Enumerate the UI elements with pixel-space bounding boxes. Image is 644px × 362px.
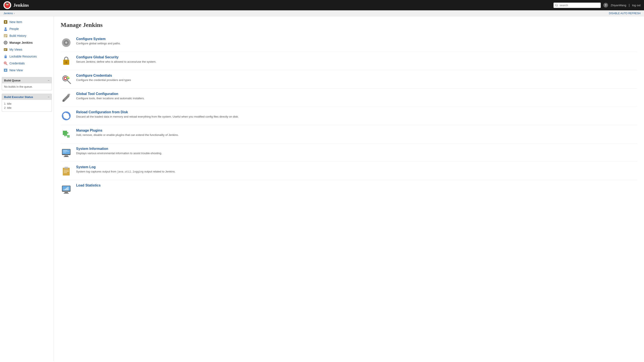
people-icon: [4, 27, 8, 31]
system-log-desc-code: java.util.logging: [117, 170, 144, 173]
sidebar-item-label-credentials: Credentials: [10, 62, 25, 65]
global-tool-configuration-text: Global Tool Configuration Configure tool…: [76, 92, 145, 100]
global-tool-configuration-desc: Configure tools, their locations and aut…: [76, 96, 145, 100]
svg-rect-34: [62, 42, 64, 43]
svg-rect-33: [66, 45, 67, 47]
sidebar-item-label-manage-jenkins: Manage Jenkins: [10, 41, 33, 44]
sidebar-item-credentials[interactable]: Credentials: [0, 60, 54, 67]
svg-rect-19: [4, 48, 7, 51]
svg-rect-28: [5, 70, 6, 70]
svg-rect-68: [68, 187, 68, 190]
svg-rect-54: [63, 152, 66, 152]
reload-configuration-text: Reload Configuration from Disk Discard a…: [76, 110, 239, 119]
svg-rect-59: [64, 171, 69, 172]
svg-rect-15: [4, 37, 6, 37]
build-queue-content: No builds in the queue.: [2, 83, 52, 90]
breadcrumb-jenkins-link[interactable]: Jenkins: [4, 12, 13, 15]
svg-rect-57: [64, 167, 68, 168]
svg-rect-52: [63, 150, 68, 151]
sidebar-item-label-new-item: New Item: [10, 20, 22, 24]
configure-credentials-text: Configure Credentials Configure the cred…: [76, 74, 131, 82]
build-queue-empty: No builds in the queue.: [4, 85, 33, 88]
breadcrumb: Jenkins › DISABLE AUTO REFRESH: [0, 10, 644, 16]
configure-system-title[interactable]: Configure System: [76, 37, 106, 41]
sidebar-nav: New Item People Build History: [0, 19, 54, 74]
build-queue-title: Build Queue: [4, 79, 21, 82]
svg-rect-35: [69, 42, 70, 43]
configure-credentials-icon: [61, 74, 72, 85]
header: Jenkins ? ZhiyanWang | log out: [0, 0, 644, 10]
manage-plugins-desc: Add, remove, disable or enable plugins t…: [76, 133, 179, 137]
header-right: ? ZhiyanWang | log out: [554, 3, 640, 8]
my-views-icon: [4, 47, 8, 52]
svg-point-2: [6, 6, 9, 8]
sidebar-item-label-my-views: My Views: [10, 48, 22, 51]
manage-item-manage-plugins: Manage Plugins Add, remove, disable or e…: [61, 125, 637, 143]
svg-point-3: [6, 4, 7, 4]
manage-item-configure-credentials: Configure Credentials Configure the cred…: [61, 70, 637, 89]
build-queue-collapse-button[interactable]: −: [48, 79, 50, 82]
configure-credentials-title[interactable]: Configure Credentials: [76, 74, 112, 77]
system-log-desc: System log captures output from java.uti…: [76, 170, 176, 174]
help-icon[interactable]: ?: [603, 3, 608, 8]
configure-global-security-icon: [61, 55, 72, 67]
configure-global-security-title[interactable]: Configure Global Security: [76, 55, 118, 59]
svg-point-25: [5, 62, 6, 63]
configure-system-desc: Configure global settings and paths.: [76, 42, 121, 46]
main-content: Manage Jenkins Configure System Configur…: [54, 16, 644, 361]
executor-number-2: 2: [4, 106, 6, 109]
system-log-title[interactable]: System Log: [76, 165, 96, 169]
sidebar-item-manage-jenkins[interactable]: Manage Jenkins: [0, 39, 54, 46]
sidebar-item-new-view[interactable]: New View: [0, 67, 54, 74]
svg-rect-58: [64, 170, 69, 170]
reload-configuration-title[interactable]: Reload Configuration from Disk: [76, 110, 128, 114]
global-tool-configuration-title[interactable]: Global Tool Configuration: [76, 92, 118, 96]
sidebar-item-people[interactable]: People: [0, 26, 54, 32]
logout-link[interactable]: log out: [632, 4, 640, 7]
svg-rect-13: [4, 35, 7, 35]
manage-jenkins-icon: [4, 41, 8, 45]
build-executor-collapse-button[interactable]: −: [48, 95, 50, 99]
search-form: [554, 3, 601, 8]
svg-point-10: [5, 27, 6, 29]
svg-rect-67: [66, 188, 67, 190]
svg-rect-32: [66, 38, 67, 40]
manage-plugins-title[interactable]: Manage Plugins: [76, 129, 102, 132]
sidebar-item-lockable-resources[interactable]: Lockable Resources: [0, 53, 54, 60]
svg-line-41: [67, 80, 70, 84]
executor-row-1: 1 Idle: [4, 102, 50, 106]
svg-point-4: [8, 4, 8, 4]
system-log-text: System Log System log captures output fr…: [76, 165, 176, 174]
system-information-title[interactable]: System Information: [76, 147, 108, 150]
svg-rect-49: [62, 149, 70, 154]
svg-point-31: [65, 42, 67, 44]
search-input[interactable]: [554, 3, 601, 8]
system-information-desc: Displays various environmental informati…: [76, 151, 162, 155]
sidebar-item-new-item[interactable]: New Item: [0, 19, 54, 26]
system-information-text: System Information Displays various envi…: [76, 147, 162, 155]
breadcrumb-chevron: ›: [14, 12, 14, 15]
svg-line-24: [6, 64, 7, 65]
load-statistics-text: Load Statistics: [76, 184, 101, 187]
svg-rect-53: [63, 151, 69, 152]
executor-number-1: 1: [4, 102, 6, 105]
sidebar-item-my-views[interactable]: My Views: [0, 46, 54, 53]
build-executor-title-link[interactable]: Build Executor Status: [4, 95, 33, 99]
manage-plugins-icon: [61, 129, 72, 140]
global-tool-configuration-icon: [61, 92, 72, 103]
sidebar-item-build-history[interactable]: Build History: [0, 32, 54, 39]
svg-rect-60: [64, 172, 67, 173]
svg-rect-66: [65, 189, 66, 190]
manage-item-reload-configuration: Reload Configuration from Disk Discard a…: [61, 107, 637, 125]
load-statistics-title[interactable]: Load Statistics: [76, 184, 101, 187]
manage-item-configure-global-security: Configure Global Security Secure Jenkins…: [61, 52, 637, 70]
configure-credentials-desc: Configure the credential providers and t…: [76, 78, 131, 82]
svg-point-11: [4, 29, 7, 31]
lockable-resources-icon: [4, 54, 8, 59]
svg-rect-63: [64, 192, 68, 193]
svg-rect-6: [6, 3, 8, 3]
disable-autorefresh-link[interactable]: DISABLE AUTO REFRESH: [609, 12, 640, 15]
pipe-separator: |: [629, 4, 630, 7]
svg-rect-14: [4, 36, 7, 36]
header-left: Jenkins: [4, 1, 29, 9]
